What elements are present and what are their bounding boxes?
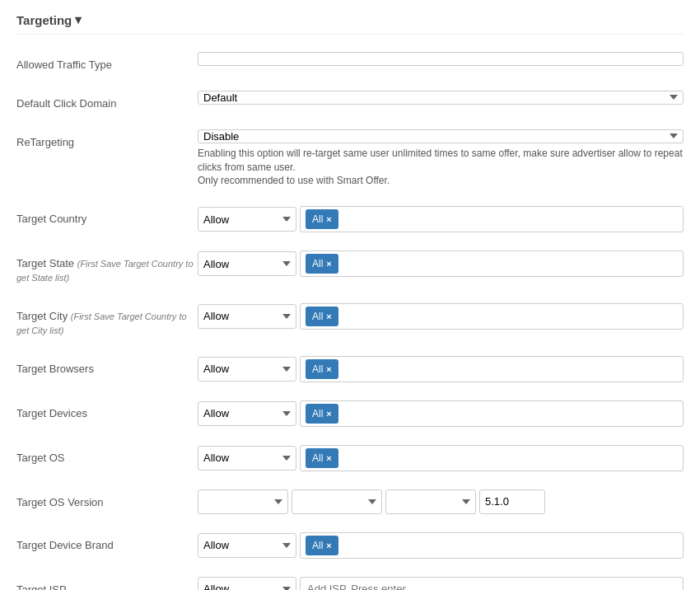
target-country-label: Target Country [16,206,198,227]
target-device-brand-control: Allow All × [198,532,684,559]
section-title-text: Targeting [16,13,72,27]
target-browsers-label: Target Browsers [16,356,198,377]
target-isp-label: Target ISP [16,577,198,590]
target-country-allow-select[interactable]: Allow [198,207,296,232]
target-os-version-control [198,489,684,514]
target-city-all-tag[interactable]: All × [306,307,338,326]
target-devices-tags: All × [300,400,684,427]
target-device-brand-label: Target Device Brand [16,532,198,553]
target-country-control: Allow All × [198,206,684,232]
target-state-row: Target State (First Save Target Country … [16,246,684,290]
target-os-label: Target OS [16,445,198,466]
target-city-label: Target City (First Save Target Country t… [16,303,198,338]
allowed-traffic-type-input[interactable] [198,52,684,66]
target-browsers-all-tag[interactable]: All × [306,359,338,379]
retargeting-info: Enabling this option will re-target same… [198,147,684,188]
target-os-version-row: Target OS Version [16,485,684,519]
target-city-control: Allow All × [198,303,684,330]
retargeting-row: ReTargeting Disable Enabling this option… [16,124,684,193]
target-isp-control: Allow Example : airtel, vodafone, at&t, … [198,577,684,590]
section-title-chevron: ▾ [75,12,82,27]
target-country-tags: All × [300,206,684,232]
target-os-version-select1[interactable] [198,489,288,514]
default-click-domain-row: Default Click Domain Default [16,86,684,116]
retargeting-control: Disable Enabling this option will re-tar… [198,129,684,188]
target-devices-allow-select[interactable]: Allow [198,401,296,426]
target-device-brand-all-tag[interactable]: All × [306,536,338,555]
target-os-allow-select[interactable]: Allow [198,446,296,471]
target-os-all-tag[interactable]: All × [306,448,338,468]
target-os-tag-remove[interactable]: × [326,453,331,463]
target-isp-row: Target ISP Allow Example : airtel, vodaf… [16,572,684,590]
target-os-version-label: Target OS Version [16,489,198,510]
target-devices-all-tag[interactable]: All × [306,404,338,424]
default-click-domain-label: Default Click Domain [16,91,198,111]
retargeting-select[interactable]: Disable [198,129,684,143]
target-country-row: Target Country Allow All × [16,201,684,237]
target-state-allow-select[interactable]: Allow [198,251,296,276]
allowed-traffic-type-control [198,52,684,66]
target-devices-row: Target Devices Allow All × [16,396,684,432]
target-city-tags: All × [300,303,684,330]
section-title: Targeting ▾ [16,12,684,35]
target-browsers-tags: All × [300,356,684,382]
default-click-domain-select[interactable]: Default [198,91,684,105]
allowed-traffic-type-label: Allowed Traffic Type [16,52,198,73]
target-os-control: Allow All × [198,445,684,471]
target-browsers-row: Target Browsers Allow All × [16,351,684,387]
target-city-row: Target City (First Save Target Country t… [16,298,684,343]
target-device-brand-tags: All × [300,532,684,559]
target-state-tags: All × [300,251,684,277]
target-country-all-tag[interactable]: All × [306,209,338,229]
target-isp-input[interactable] [300,577,684,590]
target-device-brand-allow-select[interactable]: Allow [198,533,296,558]
retargeting-label: ReTargeting [16,129,198,150]
target-state-tag-remove[interactable]: × [326,259,331,269]
target-city-tag-remove[interactable]: × [326,311,331,321]
default-click-domain-control: Default [198,91,684,105]
target-os-tags: All × [300,445,684,471]
target-os-version-select2[interactable] [292,489,382,514]
target-browsers-tag-remove[interactable]: × [326,364,331,374]
allowed-traffic-type-row: Allowed Traffic Type [16,47,684,77]
target-os-version-select3[interactable] [385,489,476,514]
target-state-label: Target State (First Save Target Country … [16,251,198,285]
target-browsers-allow-select[interactable]: Allow [198,357,296,382]
target-devices-control: Allow All × [198,400,684,427]
target-isp-allow-select[interactable]: Allow [198,577,296,590]
target-state-control: Allow All × [198,251,684,277]
target-state-all-tag[interactable]: All × [306,254,338,274]
target-device-brand-tag-remove[interactable]: × [326,541,331,550]
target-browsers-control: Allow All × [198,356,684,382]
target-city-allow-select[interactable]: Allow [198,304,296,329]
target-devices-label: Target Devices [16,400,198,421]
target-os-version-input[interactable] [479,489,545,514]
target-os-row: Target OS Allow All × [16,440,684,476]
target-device-brand-row: Target Device Brand Allow All × [16,527,684,564]
target-country-tag-remove[interactable]: × [326,214,331,224]
target-devices-tag-remove[interactable]: × [326,409,331,419]
